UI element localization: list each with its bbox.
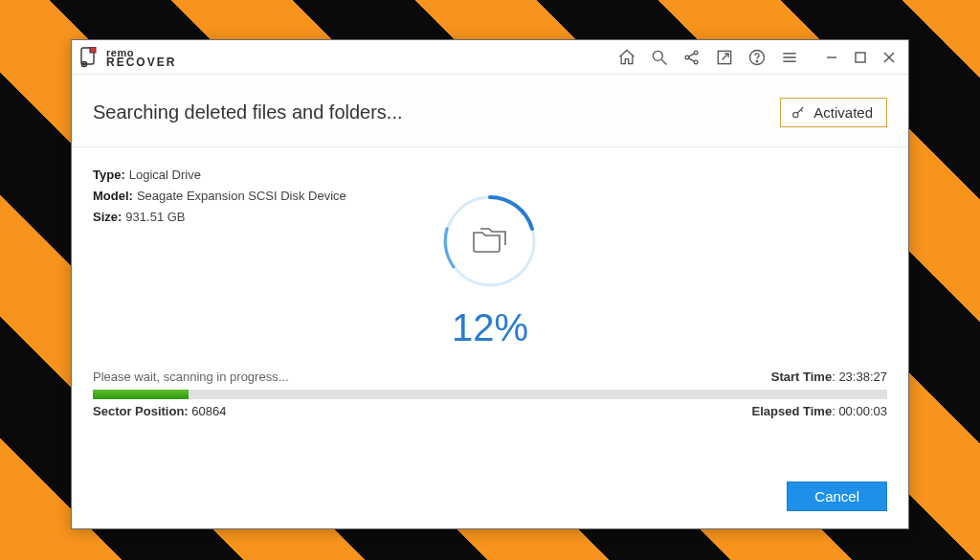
app-logo: remo RECOVER xyxy=(79,47,176,68)
activated-label: Activated xyxy=(813,104,873,121)
elapsed-time: Elapsed Time: 00:00:03 xyxy=(752,404,887,418)
close-button[interactable] xyxy=(880,48,899,67)
share-icon[interactable] xyxy=(682,48,702,67)
cancel-button[interactable]: Cancel xyxy=(787,482,887,511)
progress-percent: 12% xyxy=(440,306,540,349)
logo-line2: RECOVER xyxy=(106,57,176,67)
page-header: Searching deleted files and folders... A… xyxy=(72,75,908,147)
titlebar: remo RECOVER xyxy=(72,40,908,75)
svg-point-14 xyxy=(756,60,757,61)
svg-point-22 xyxy=(793,112,798,117)
svg-rect-1 xyxy=(90,47,96,53)
svg-point-5 xyxy=(653,51,662,60)
svg-point-8 xyxy=(694,51,698,55)
start-time: Start Time: 23:38:27 xyxy=(771,370,887,384)
sector-position: Sector Position: 60864 xyxy=(93,404,226,418)
search-icon[interactable] xyxy=(650,48,669,67)
svg-line-10 xyxy=(689,53,695,56)
progress-bar-fill xyxy=(93,390,189,399)
logo-icon xyxy=(79,47,100,68)
svg-point-7 xyxy=(685,56,689,59)
progress-spinner: 12% xyxy=(440,191,540,349)
progress-details: Sector Position: 60864 Elapsed Time: 00:… xyxy=(93,404,887,418)
home-icon[interactable] xyxy=(617,48,636,67)
titlebar-actions xyxy=(617,48,899,67)
wait-text: Please wait, scanning in progress... xyxy=(93,370,289,384)
help-icon[interactable] xyxy=(747,48,767,67)
svg-point-9 xyxy=(694,60,698,64)
svg-line-11 xyxy=(689,57,695,60)
key-icon xyxy=(791,105,806,121)
svg-line-6 xyxy=(662,59,667,64)
svg-rect-19 xyxy=(856,53,865,62)
footer: Cancel xyxy=(72,472,908,528)
export-icon[interactable] xyxy=(715,48,734,67)
logo-text: remo RECOVER xyxy=(106,48,176,67)
drive-type: Type:Logical Drive xyxy=(93,165,887,186)
activated-badge[interactable]: Activated xyxy=(780,98,887,127)
content-area: Type:Logical Drive Model:Seagate Expansi… xyxy=(72,147,908,472)
maximize-button[interactable] xyxy=(851,48,870,67)
app-window: remo RECOVER xyxy=(71,39,909,529)
menu-icon[interactable] xyxy=(780,48,799,67)
folder-icon xyxy=(471,225,509,258)
status-row: Please wait, scanning in progress... Sta… xyxy=(93,370,887,384)
page-title: Searching deleted files and folders... xyxy=(93,101,403,123)
progress-bar xyxy=(93,390,887,399)
minimize-button[interactable] xyxy=(822,48,841,67)
